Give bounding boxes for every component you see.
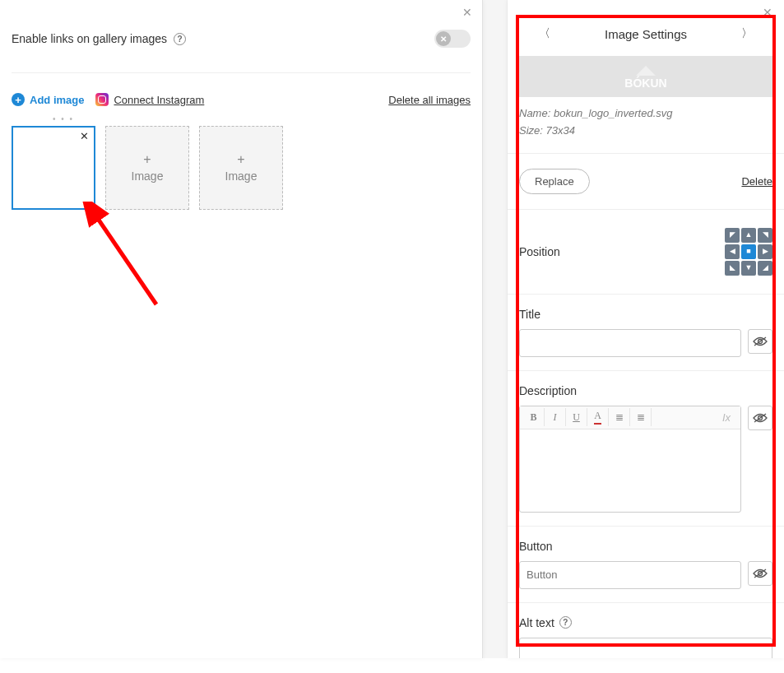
gallery-actions: + Add image Connect Instagram Delete all…	[12, 73, 471, 123]
size-label: Size:	[519, 124, 543, 137]
image-preview: BÓKUN	[519, 56, 772, 97]
title-field-block: Title	[508, 295, 784, 371]
title-label: Title	[519, 308, 772, 321]
close-icon[interactable]: ✕	[763, 7, 772, 18]
instagram-icon	[95, 93, 109, 106]
position-bottom-left[interactable]: ◣	[725, 261, 740, 276]
clear-format-button[interactable]: Ix	[716, 411, 737, 424]
add-image-label: Add image	[30, 94, 84, 106]
eye-off-icon	[753, 412, 768, 424]
plus-icon: +	[12, 93, 25, 106]
add-image-slot[interactable]: + Image	[105, 126, 189, 210]
gallery-panel: ✕ Enable links on gallery images ? ✕ + A…	[0, 0, 483, 658]
bokun-logo: BÓKUN	[605, 63, 687, 91]
connect-instagram-label: Connect Instagram	[114, 94, 204, 106]
thumbnails-row: • • • ✕ + Image + Image	[12, 123, 471, 210]
button-field-block: Button	[508, 527, 784, 603]
name-value: bokun_logo_inverted.svg	[554, 107, 673, 119]
enable-links-row: Enable links on gallery images ? ✕	[12, 0, 471, 73]
close-icon[interactable]: ✕	[462, 7, 472, 18]
drag-handle-icon[interactable]: • • •	[53, 114, 74, 123]
replace-button[interactable]: Replace	[519, 169, 590, 194]
description-editor[interactable]: B I U A ≣ ≣ Ix	[519, 406, 741, 513]
visibility-toggle[interactable]	[748, 329, 772, 354]
button-input[interactable]	[519, 561, 741, 589]
description-label: Description	[519, 384, 772, 397]
bold-button[interactable]: B	[523, 408, 545, 426]
position-row: Position ◤ ▲ ◥ ◀ ■ ▶ ◣ ▼ ◢	[508, 210, 784, 295]
panel-gap	[483, 0, 508, 658]
position-grid: ◤ ▲ ◥ ◀ ■ ▶ ◣ ▼ ◢	[725, 228, 772, 276]
toggle-knob: ✕	[436, 31, 451, 46]
position-label: Position	[519, 245, 560, 258]
button-label: Button	[519, 540, 772, 553]
visibility-toggle[interactable]	[748, 406, 772, 430]
svg-text:BÓKUN: BÓKUN	[624, 76, 666, 90]
italic-button[interactable]: I	[545, 408, 566, 426]
title-input[interactable]	[519, 329, 741, 357]
connect-instagram-button[interactable]: Connect Instagram	[95, 93, 204, 106]
help-icon[interactable]: ?	[174, 33, 186, 45]
eye-off-icon	[753, 568, 768, 579]
chevron-right-icon[interactable]: 〉	[741, 26, 753, 41]
enable-links-label: Enable links on gallery images ?	[12, 32, 186, 45]
position-top-center[interactable]: ▲	[741, 228, 756, 243]
position-top-left[interactable]: ◤	[725, 228, 740, 243]
image-slot-label: Image	[225, 169, 257, 183]
enable-links-toggle[interactable]: ✕	[434, 30, 471, 48]
alt-text-label: Alt text ?	[519, 616, 772, 629]
rte-toolbar: B I U A ≣ ≣ Ix	[520, 406, 740, 429]
position-bottom-center[interactable]: ▼	[741, 261, 756, 276]
alt-text-field-block: Alt text ?	[508, 603, 784, 658]
enable-links-text: Enable links on gallery images	[12, 32, 167, 45]
delete-image-button[interactable]: Delete	[741, 175, 772, 188]
replace-delete-row: Replace Delete	[508, 154, 784, 210]
numbered-list-button[interactable]: ≣	[630, 408, 652, 426]
position-top-right[interactable]: ◥	[758, 228, 772, 243]
image-settings-panel: ✕ 〈 Image Settings 〉 BÓKUN Name: bokun_l…	[508, 0, 784, 658]
toggle-off-icon: ✕	[440, 35, 447, 44]
svg-line-0	[95, 214, 156, 304]
image-size: Size: 73x34	[519, 123, 772, 140]
add-image-button[interactable]: + Add image	[12, 93, 84, 106]
image-meta: Name: bokun_logo_inverted.svg Size: 73x3…	[508, 97, 784, 154]
bullet-list-button[interactable]: ≣	[609, 408, 630, 426]
gallery-thumbnail-selected[interactable]: ✕	[12, 126, 95, 210]
underline-button[interactable]: U	[566, 408, 587, 426]
panel-title: Image Settings	[605, 27, 687, 41]
image-name: Name: bokun_logo_inverted.svg	[519, 105, 772, 123]
delete-all-button[interactable]: Delete all images	[388, 94, 471, 106]
text-color-button[interactable]: A	[587, 408, 609, 426]
alt-text-input[interactable]	[519, 638, 772, 658]
position-middle-center[interactable]: ■	[741, 244, 756, 259]
eye-off-icon	[753, 336, 768, 347]
visibility-toggle[interactable]	[748, 561, 772, 586]
position-middle-right[interactable]: ▶	[758, 244, 772, 259]
panel-header: 〈 Image Settings 〉	[508, 16, 784, 51]
annotation-arrow	[78, 202, 177, 317]
chevron-left-icon[interactable]: 〈	[539, 26, 550, 41]
image-slot-label: Image	[132, 169, 164, 183]
name-label: Name:	[519, 107, 550, 119]
position-middle-left[interactable]: ◀	[725, 244, 740, 259]
plus-icon: +	[143, 153, 151, 166]
description-field-block: Description B I U A ≣ ≣ Ix	[508, 371, 784, 527]
remove-image-icon[interactable]: ✕	[80, 131, 89, 142]
size-value: 73x34	[546, 124, 575, 137]
add-image-slot[interactable]: + Image	[199, 126, 283, 210]
plus-icon: +	[237, 153, 244, 166]
position-bottom-right[interactable]: ◢	[758, 261, 772, 276]
help-icon[interactable]: ?	[559, 616, 572, 629]
